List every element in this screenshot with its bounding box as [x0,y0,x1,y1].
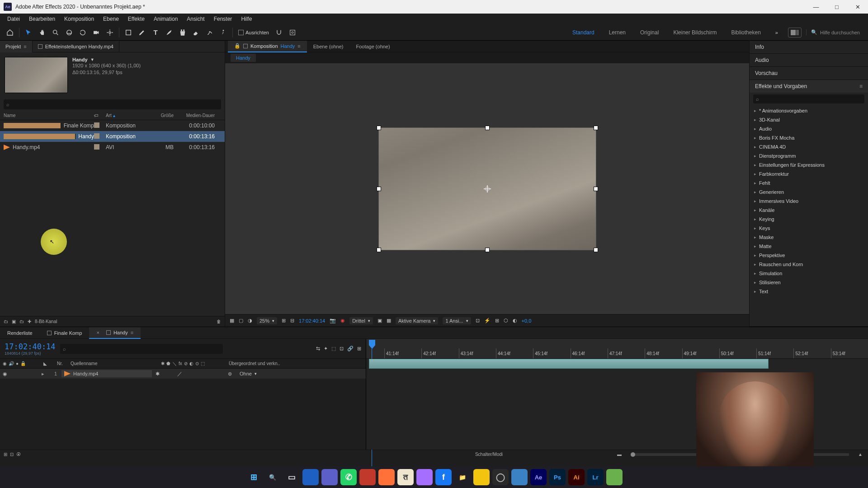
anchor-tool-icon[interactable] [104,26,116,39]
taskbar-app-red-icon[interactable] [359,469,376,485]
effect-category-item[interactable]: ▸Immersives Video [750,197,868,206]
layer-switch[interactable]: ✱ [156,371,166,377]
panel-toggle-icon[interactable] [788,28,802,38]
tab-layer[interactable]: Ebene (ohne) [307,41,350,52]
tl-tool-icon[interactable]: ⊞ [357,346,361,352]
zoom-tool-icon[interactable] [49,26,62,39]
taskbar-photoshop-icon[interactable]: Ps [549,469,566,485]
switches-modes-toggle[interactable]: Schalter/Modi [366,452,612,457]
zoom-in-icon[interactable]: ▲ [858,452,863,457]
orbit-tool-icon[interactable] [63,26,75,39]
parent-pick-icon[interactable]: ⊚ [228,371,237,377]
taskbar-app-blue-icon[interactable] [302,469,319,485]
col-name[interactable]: Name [4,113,94,118]
workspace-original[interactable]: Original [640,29,659,36]
ruler-tick[interactable]: 53:14f [831,348,868,358]
workspace-biblio[interactable]: Bibliotheken [731,29,760,36]
switch-icon[interactable]: ⊘ [184,361,188,366]
effect-category-item[interactable]: ▸Keying [750,215,868,224]
exposure-reset-icon[interactable]: ◐ [513,318,517,324]
tab-finale-komp[interactable]: Finale Komp [40,327,90,339]
taskbar-illustrator-icon[interactable]: Ai [568,469,585,485]
label-color-swatch[interactable] [94,133,99,139]
ruler-tick[interactable]: 48:14f [645,348,682,358]
workspace-lernen[interactable]: Lernen [609,29,626,36]
region-icon[interactable]: ▣ [377,318,382,324]
selection-tool-icon[interactable] [22,26,35,39]
toggle-switches-icon[interactable]: ⊞ [4,452,7,457]
workspace-kleiner[interactable]: Kleiner Bildschirm [673,29,717,36]
parent-select[interactable]: Ohne▾ [237,370,287,377]
help-search[interactable]: 🔍 Hilfe durchsuchen [806,29,864,35]
type-tool-icon[interactable]: T [149,26,162,39]
panel-info[interactable]: Info [750,41,868,53]
timeline-ruler[interactable]: 41:14f42:14f43:14f44:14f45:14f46:14f47:1… [366,339,868,359]
resize-handle[interactable] [377,187,381,191]
views-select[interactable]: 1 Ansi...▾ [443,317,471,324]
col-type[interactable]: Art ▴ [106,113,144,118]
ruler-tick[interactable]: 50:14f [719,348,756,358]
effects-search-input[interactable]: ⌕ [753,94,864,103]
anchor-point-icon[interactable] [484,185,491,192]
effect-category-item[interactable]: ▸Matte [750,242,868,251]
bit-depth[interactable]: 8-Bit-Kanal [35,319,57,324]
zoom-select[interactable]: 25%▾ [257,317,277,324]
project-item-row[interactable]: Handy.mp4AVI MB0:00:13:16 [0,142,225,153]
menu-ansicht[interactable]: Ansicht [182,14,209,23]
snapshot-icon[interactable]: 📷 [330,318,336,324]
effect-category-item[interactable]: ▸Einstellungen für Expressions [750,160,868,169]
window-close-button[interactable]: ✕ [847,0,868,14]
resize-handle[interactable] [486,248,489,252]
taskbar-messenger-icon[interactable] [416,469,433,485]
brush-tool-icon[interactable] [163,26,175,39]
shy-col-icon[interactable]: ◣ [43,361,57,366]
taskbar-windows-start-icon[interactable]: ⊞ [245,469,262,485]
project-item-row[interactable]: Finale KompKomposition0:00:10:00 [0,120,225,131]
label-color-swatch[interactable] [94,144,99,150]
camera-tool-icon[interactable] [90,26,103,39]
tab-composition[interactable]: 🔒 Komposition Handy ≡ [228,41,307,52]
tab-footage[interactable]: Footage (ohne) [349,41,396,52]
effect-category-item[interactable]: ▸Audio [750,124,868,133]
taskbar-app-teams-icon[interactable] [321,469,338,485]
ruler-tick[interactable]: 44:14f [496,348,533,358]
lock-icon[interactable]: 🔒 [234,43,241,49]
tl-tool-icon[interactable]: ⬚ [331,346,336,352]
resize-handle[interactable] [594,126,598,130]
taskbar-app-yellow-icon[interactable] [473,469,490,485]
effect-category-item[interactable]: ▸Text [750,287,868,296]
workspace-standard[interactable]: Standard [572,29,594,36]
clone-tool-icon[interactable] [176,26,189,39]
switch-icon[interactable]: ✱ [161,361,165,366]
rotate-tool-icon[interactable] [76,26,89,39]
camera-select[interactable]: Aktive Kamera▾ [396,317,439,324]
panel-audio[interactable]: Audio [750,54,868,66]
effect-category-item[interactable]: ▸3D-Kanal [750,115,868,124]
ruler-tick[interactable]: 46:14f [571,348,608,358]
interpret-footage-icon[interactable]: 🗀 [4,319,8,324]
switch-icon[interactable]: ◐ [189,361,193,366]
toggle-switches-icon[interactable]: ⦿ [16,452,21,457]
new-comp-icon[interactable]: ▣ [12,319,16,324]
col-quellenname[interactable]: Quellenname [71,361,161,366]
taskbar-explorer-icon[interactable]: 📁 [454,469,471,485]
solo-col-icon[interactable]: ● [16,361,19,366]
fast-preview-icon[interactable]: ⚡ [484,318,491,324]
effect-category-item[interactable]: ▸Keys [750,224,868,233]
comp-breadcrumb[interactable]: Handy [231,54,256,62]
taskbar-app-note-icon[interactable] [511,469,528,485]
menu-bearbeiten[interactable]: Bearbeiten [24,14,60,23]
resize-handle[interactable] [486,126,489,130]
layer-visibility-icon[interactable]: ◉ [3,371,9,377]
lock-col-icon[interactable]: 🔒 [20,361,26,366]
taskbar-search-icon[interactable]: 🔍 [264,469,281,485]
hand-tool-icon[interactable] [36,26,48,39]
workspace-overflow-icon[interactable]: » [775,30,778,35]
tab-projekt[interactable]: Projekt ≡ [0,41,33,52]
ruler-tick[interactable]: 49:14f [682,348,719,358]
effect-category-item[interactable]: ▸Simulation [750,269,868,278]
exposure-value[interactable]: +0,0 [522,318,532,324]
effect-category-item[interactable]: ▸Farbkorrektur [750,169,868,178]
adjust-icon[interactable]: ✚ [28,319,31,324]
zoom-out-icon[interactable]: ▬ [617,452,622,457]
